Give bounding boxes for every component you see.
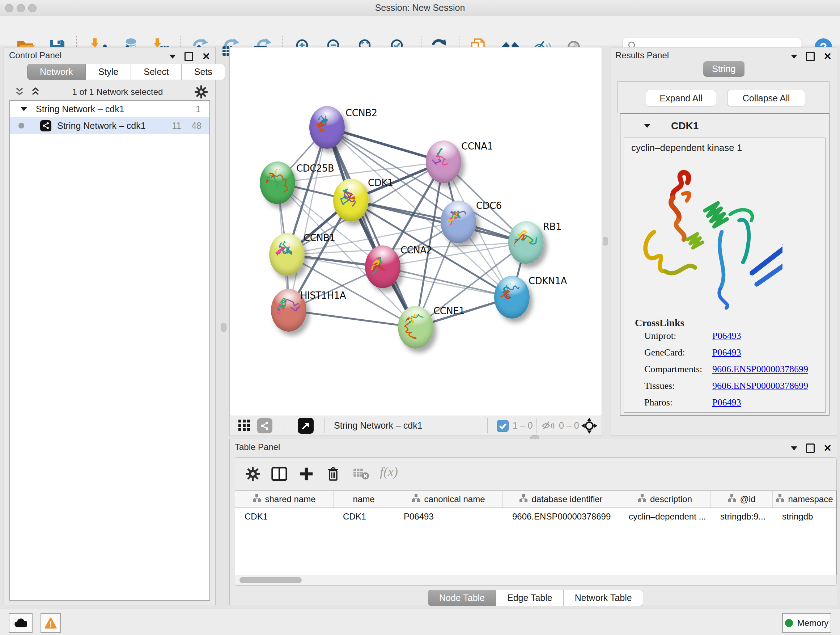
- collection-count: 1: [196, 104, 201, 114]
- network-node-cdc25b[interactable]: [260, 162, 295, 204]
- panel-menu-icon[interactable]: [169, 55, 176, 59]
- network-edge[interactable]: [289, 127, 327, 310]
- cloud-button[interactable]: [9, 613, 33, 633]
- main-toolbar: ?: [0, 16, 840, 46]
- node-label-ccnb2: CCNB2: [346, 108, 377, 119]
- column-header-label: shared name: [265, 494, 316, 504]
- status-bar: Memory: [0, 609, 840, 635]
- tree-expand-icon[interactable]: [21, 107, 27, 111]
- network-node-cdkn1a[interactable]: [494, 276, 530, 318]
- table-cell[interactable]: CDK1: [235, 511, 333, 522]
- horizontal-scrollbar[interactable]: [235, 575, 837, 586]
- tab-edge-table[interactable]: Edge Table: [496, 590, 564, 606]
- panel-float-icon[interactable]: [806, 443, 815, 453]
- results-panel-title: Results Panel: [615, 50, 669, 60]
- tab-sets[interactable]: Sets: [182, 64, 225, 80]
- crosslink-link[interactable]: P06493: [712, 397, 741, 408]
- left-splitter-handle[interactable]: [221, 323, 226, 332]
- node-table[interactable]: shared namenamecanonical namedatabase id…: [235, 491, 837, 576]
- hidden-eye-icon[interactable]: [542, 420, 555, 432]
- network-view-title: String Network – cdk1: [334, 420, 423, 431]
- network-tree-child-row[interactable]: String Network – cdk1 11 48: [10, 117, 210, 134]
- crosslink-link[interactable]: 9606.ENSP00000378699: [712, 364, 808, 375]
- column-header[interactable]: canonical name: [394, 491, 503, 508]
- network-node-ccnb1[interactable]: [269, 233, 305, 276]
- column-header[interactable]: @id: [711, 491, 773, 508]
- selected-checkbox[interactable]: [497, 420, 508, 432]
- gene-description: cyclin–dependent kinase 1: [631, 142, 742, 154]
- warning-button[interactable]: [41, 613, 61, 633]
- protein-thumbnail: [398, 306, 433, 348]
- table-cell[interactable]: CDK1: [333, 511, 394, 522]
- tab-string[interactable]: String: [703, 61, 745, 77]
- panel-menu-icon[interactable]: [791, 447, 797, 450]
- right-splitter-handle[interactable]: [603, 237, 608, 245]
- panel-close-icon[interactable]: ✕: [202, 53, 210, 60]
- panel-close-icon[interactable]: ✕: [823, 53, 832, 60]
- tab-style[interactable]: Style: [86, 64, 131, 80]
- column-header[interactable]: shared name: [235, 491, 333, 508]
- panel-float-icon[interactable]: [806, 52, 815, 61]
- network-node-cdk1[interactable]: [333, 179, 369, 222]
- table-cell[interactable]: cyclin–dependent ...: [619, 511, 711, 522]
- protein-thumbnail: [426, 141, 461, 183]
- tab-select[interactable]: Select: [131, 64, 181, 80]
- network-tree-root-row[interactable]: String Network – cdk1 1: [10, 101, 210, 117]
- protein-thumbnail: [309, 106, 345, 149]
- section-collapse-icon[interactable]: [644, 124, 651, 128]
- expand-all-button[interactable]: Expand All: [646, 90, 716, 106]
- network-node-cdc6[interactable]: [441, 201, 476, 243]
- column-header[interactable]: description: [619, 491, 711, 508]
- column-header[interactable]: namespace: [773, 491, 836, 508]
- column-header-label: canonical name: [424, 494, 485, 504]
- table-cell[interactable]: stringdb: [773, 511, 836, 522]
- network-node-ccnb2[interactable]: [309, 106, 345, 149]
- delete-table-icon[interactable]: [353, 466, 369, 481]
- network-options-gear-icon[interactable]: [194, 85, 208, 99]
- table-cell[interactable]: stringdb:9...: [711, 511, 773, 522]
- network-node-ccna1[interactable]: [426, 141, 461, 183]
- crosslink-label: Uniprot:: [644, 331, 676, 341]
- network-node-rb1[interactable]: [508, 221, 544, 264]
- fit-crosshair-icon[interactable]: [581, 418, 597, 434]
- memory-label: Memory: [797, 618, 829, 628]
- table-cell[interactable]: 9606.ENSP00000378699: [503, 511, 619, 522]
- grid-view-icon[interactable]: [238, 420, 251, 432]
- detach-view-icon[interactable]: [298, 418, 314, 434]
- network-edge[interactable]: [289, 310, 416, 327]
- show-columns-icon[interactable]: [271, 466, 287, 481]
- create-column-plus-icon[interactable]: [299, 466, 314, 481]
- crosslink-link[interactable]: 9606.ENSP00000378699: [712, 380, 808, 391]
- scrollbar-thumb[interactable]: [240, 577, 302, 583]
- function-builder-icon[interactable]: f(x): [380, 464, 398, 479]
- network-node-ccna2[interactable]: [365, 245, 401, 288]
- network-node-ccne1[interactable]: [398, 306, 433, 348]
- panel-menu-icon[interactable]: [791, 55, 797, 59]
- tab-node-table[interactable]: Node Table: [428, 590, 496, 606]
- table-options-gear-icon[interactable]: [245, 466, 261, 481]
- column-header[interactable]: name: [333, 491, 394, 508]
- column-header-label: name: [353, 494, 374, 504]
- network-view-type-icon[interactable]: [257, 418, 272, 433]
- table-cell[interactable]: P06493: [394, 511, 503, 522]
- collapse-all-chevron-icon[interactable]: [14, 87, 25, 97]
- column-header[interactable]: database identifier: [503, 491, 619, 508]
- network-type-icon: [40, 120, 51, 131]
- tab-network[interactable]: Network: [27, 64, 86, 80]
- cloud-icon: [14, 618, 27, 628]
- panel-float-icon[interactable]: [185, 52, 193, 61]
- delete-column-trash-icon[interactable]: [325, 466, 341, 481]
- panel-close-icon[interactable]: ✕: [823, 445, 832, 452]
- network-view-canvas[interactable]: CCNB2CCNA1CDC25BCDK1CDC6RB1CCNB1CCNA2CDK…: [229, 47, 602, 416]
- control-panel: Control Panel ✕ NetworkStyleSelectSets 1…: [4, 47, 216, 605]
- memory-button[interactable]: Memory: [782, 613, 831, 633]
- tab-network-table[interactable]: Network Table: [564, 590, 643, 606]
- network-edge[interactable]: [383, 267, 512, 297]
- expand-all-chevron-icon[interactable]: [30, 87, 41, 97]
- node-label-ccnb1: CCNB1: [303, 233, 335, 243]
- column-type-icon: [775, 494, 784, 505]
- crosslink-link[interactable]: P06493: [712, 347, 741, 358]
- crosslink-link[interactable]: P06493: [712, 331, 741, 341]
- collapse-all-button[interactable]: Collapse All: [727, 90, 805, 106]
- table-row[interactable]: CDK1CDK1P064939606.ENSP00000378699cyclin…: [235, 508, 836, 525]
